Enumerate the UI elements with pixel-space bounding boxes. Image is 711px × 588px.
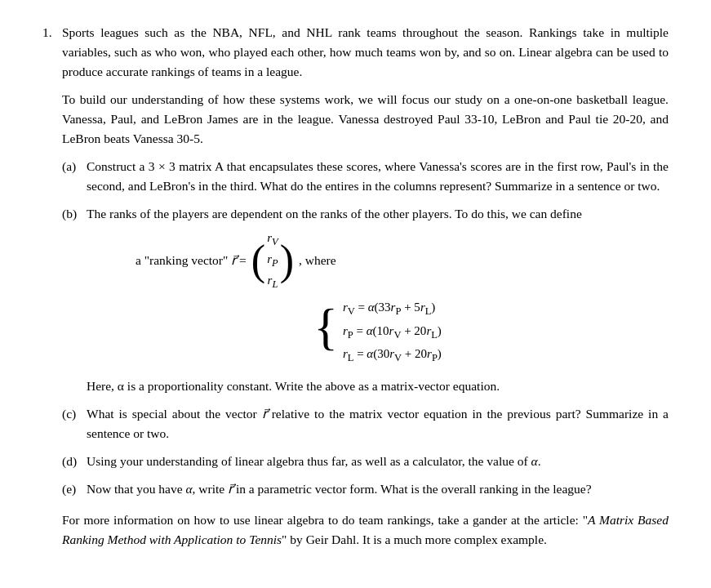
left-brace: { [313,301,338,369]
vector-entries: rV rP rL [267,229,278,292]
paragraph-2: To build our understanding of how these … [62,90,669,149]
part-d-content: Using your understanding of linear algeb… [87,452,669,471]
part-e: (e) Now that you have α, write r⃗ in a p… [62,479,669,499]
part-d-label: (d) [62,452,83,471]
part-c-content: What is special about the vector r⃗ rela… [87,404,669,443]
left-paren: ( [251,239,265,282]
part-e-label: (e) [62,479,83,499]
alpha-sentence: Here, α is a proportionality constant. W… [87,379,500,393]
right-paren: ) [280,239,294,282]
part-b-label: (b) [62,204,83,224]
part-d: (d) Using your understanding of linear a… [62,452,669,471]
problem-1: 1. Sports leagues such as the NBA, NFL, … [42,23,669,558]
part-b: (b) The ranks of the players are depende… [62,204,669,395]
ranking-vector-matrix: ( rV rP rL ) [251,229,294,292]
part-e-content: Now that you have α, write r⃗ in a param… [87,479,669,499]
ranking-vector-display: a "ranking vector" r⃗ = ( rV rP rL ) , w… [136,229,669,292]
rv-entry: rV [267,229,278,250]
final-paragraph: For more information on how to use linea… [62,510,669,550]
equations-column: rV = α(33rP + 5rL) rP = α(10rV + 20rL) r… [343,298,442,366]
problem-number: 1. [42,23,57,42]
ranking-vector-intro: a "ranking vector" r⃗ = [136,251,247,270]
part-a: (a) Construct a 3 × 3 matrix A that enca… [62,157,669,196]
part-c-label: (c) [62,404,83,424]
part-b-text: The ranks of the players are dependent o… [87,207,582,220]
rl-entry: rL [268,271,278,292]
equation-3: rL = α(30rV + 20rP) [343,345,442,366]
part-a-content: Construct a 3 × 3 matrix A that encapsul… [87,157,669,196]
rp-entry: rP [267,250,278,271]
equation-1: rV = α(33rP + 5rL) [343,298,442,319]
paragraph-1: Sports leagues such as the NBA, NFL, and… [62,23,669,82]
part-c: (c) What is special about the vector r⃗ … [62,404,669,443]
system-of-equations: { rV = α(33rP + 5rL) rP = α(10rV + 20rL)… [87,298,669,366]
part-a-label: (a) [62,157,83,176]
equation-2: rP = α(10rV + 20rL) [343,322,442,343]
part-b-content: The ranks of the players are dependent o… [87,204,669,395]
where-text: , where [299,251,336,270]
problem-body: Sports leagues such as the NBA, NFL, and… [62,23,669,558]
